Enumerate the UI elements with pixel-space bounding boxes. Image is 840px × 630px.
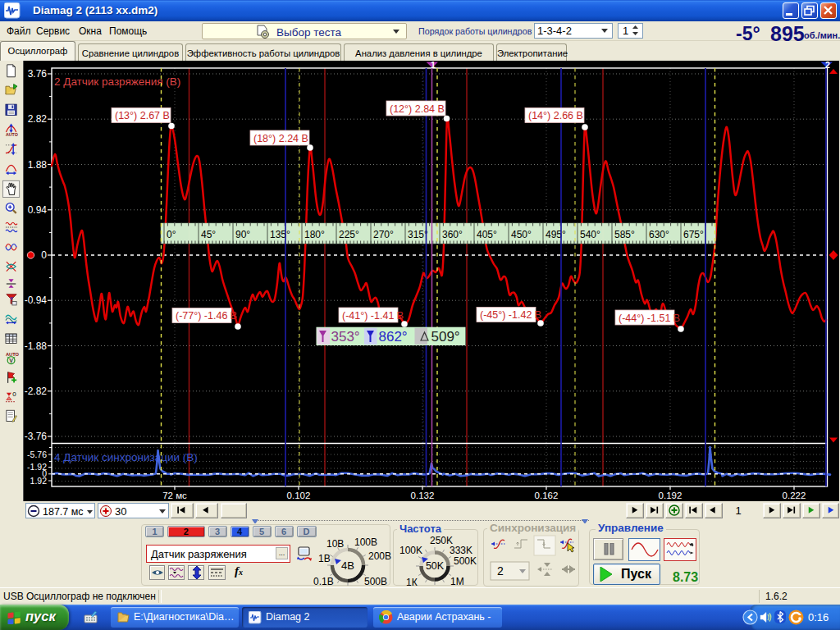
svg-text:2.82: 2.82 xyxy=(28,113,48,125)
svg-text:585°: 585° xyxy=(614,229,635,240)
svg-text:495°: 495° xyxy=(546,229,566,240)
svg-text:509°: 509° xyxy=(431,329,460,345)
svg-text:353°: 353° xyxy=(331,329,360,345)
svg-text:-3.76: -3.76 xyxy=(25,431,48,442)
svg-text:540°: 540° xyxy=(580,229,600,240)
svg-text:45°: 45° xyxy=(201,229,216,240)
svg-text:315°: 315° xyxy=(408,229,428,240)
svg-text:-0.94: -0.94 xyxy=(25,294,48,306)
svg-text:2: 2 xyxy=(825,61,830,70)
svg-text:(12°) 2.84 В: (12°) 2.84 В xyxy=(390,103,445,115)
svg-text:0: 0 xyxy=(12,390,16,398)
svg-text:(-41°) -1.41 В: (-41°) -1.41 В xyxy=(342,310,404,322)
svg-text:225°: 225° xyxy=(339,229,359,240)
svg-text:405°: 405° xyxy=(477,229,497,240)
svg-text:2: 2 xyxy=(497,564,504,578)
svg-text:1.88: 1.88 xyxy=(28,159,48,171)
svg-text:0°: 0° xyxy=(167,229,176,240)
svg-text:(18°) 2.24 В: (18°) 2.24 В xyxy=(253,133,308,144)
svg-text:(-44°) -1.51 В: (-44°) -1.51 В xyxy=(619,313,680,324)
svg-text:180°: 180° xyxy=(304,229,325,240)
svg-text:1.92: 1.92 xyxy=(30,476,48,486)
svg-text:4В: 4В xyxy=(341,559,354,572)
svg-text:0.162: 0.162 xyxy=(535,491,559,500)
svg-text:0.222: 0.222 xyxy=(783,491,806,500)
svg-text:4 Датчик синхронизации (В): 4 Датчик синхронизации (В) xyxy=(54,451,198,463)
svg-text:270°: 270° xyxy=(373,229,394,240)
svg-text:V: V xyxy=(9,358,13,363)
svg-text:0.132: 0.132 xyxy=(411,491,435,500)
svg-text:-2.82: -2.82 xyxy=(25,386,48,397)
svg-text:(13°) 2.67 В: (13°) 2.67 В xyxy=(115,110,170,121)
svg-text:72 мс: 72 мс xyxy=(162,491,187,500)
svg-text:0.192: 0.192 xyxy=(659,491,682,500)
svg-text:360°: 360° xyxy=(442,229,463,240)
svg-text:0: 0 xyxy=(41,249,47,261)
svg-text:135°: 135° xyxy=(270,229,290,240)
svg-text:862°: 862° xyxy=(379,329,408,345)
svg-text:-1.88: -1.88 xyxy=(25,340,48,352)
svg-text:AUTO: AUTO xyxy=(6,352,20,357)
svg-text:90°: 90° xyxy=(235,229,250,240)
svg-text:1: 1 xyxy=(431,61,436,70)
svg-text:0.94: 0.94 xyxy=(28,204,48,216)
svg-text:0.102: 0.102 xyxy=(287,491,311,500)
svg-text:(-45°) -1.42 В: (-45°) -1.42 В xyxy=(480,309,541,321)
svg-text:450°: 450° xyxy=(511,229,532,240)
svg-text:3.76: 3.76 xyxy=(28,68,48,80)
svg-text:AUTO: AUTO xyxy=(6,132,18,137)
svg-text:(14°) 2.66 В: (14°) 2.66 В xyxy=(528,110,583,121)
svg-text:675°: 675° xyxy=(683,229,704,240)
svg-text:(-77°) -1.46 В: (-77°) -1.46 В xyxy=(176,310,237,322)
svg-text:Y: Y xyxy=(10,295,13,301)
svg-text:-5.76: -5.76 xyxy=(27,450,47,459)
svg-text:630°: 630° xyxy=(649,229,669,240)
svg-text:50K: 50K xyxy=(426,560,445,572)
